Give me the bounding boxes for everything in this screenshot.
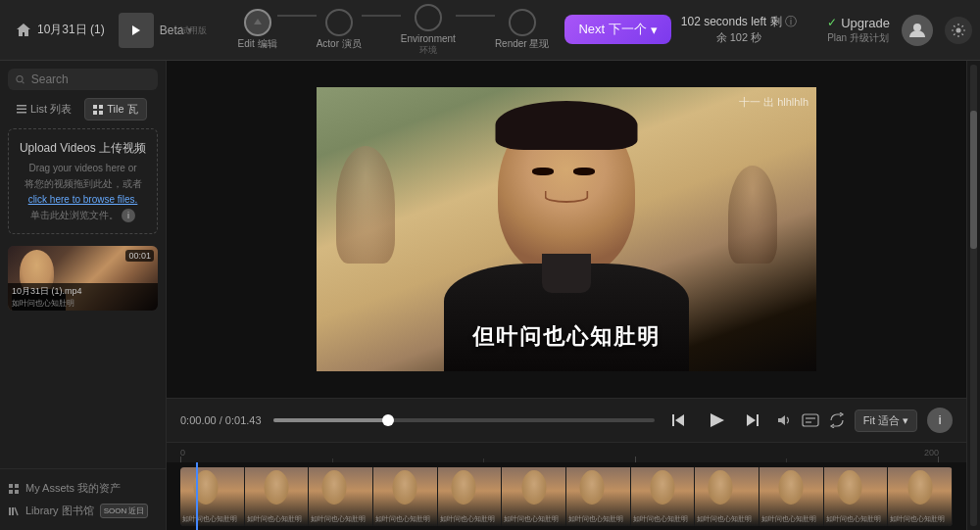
search-bar bbox=[0, 61, 166, 98]
assets-icon bbox=[8, 483, 20, 495]
search-input-wrap bbox=[8, 69, 158, 90]
svg-rect-14 bbox=[9, 507, 11, 515]
tile-icon bbox=[93, 105, 103, 115]
svg-rect-5 bbox=[17, 112, 26, 114]
step-render-circle bbox=[509, 9, 536, 36]
step-line-1 bbox=[277, 15, 317, 17]
svg-rect-11 bbox=[15, 484, 19, 488]
home-button[interactable]: 10月31日 (1) bbox=[8, 18, 113, 42]
timeline-frame: 如叶问也心知肚明 bbox=[438, 467, 503, 526]
svg-rect-10 bbox=[9, 484, 13, 488]
user-settings-button[interactable] bbox=[945, 17, 972, 44]
step-environment-circle bbox=[415, 4, 442, 31]
svg-rect-4 bbox=[17, 108, 26, 110]
home-label: 10月31日 (1) bbox=[37, 22, 105, 38]
play-button[interactable] bbox=[702, 407, 729, 434]
upload-area[interactable]: Upload Videos 上传视频 Drag your videos here… bbox=[8, 128, 158, 234]
upgrade-button[interactable]: ✓ Upgrade Plan 升级计划 bbox=[827, 16, 890, 45]
volume-button[interactable] bbox=[776, 412, 792, 428]
timeline-frame: 如叶问也心知肚明 bbox=[502, 467, 566, 526]
seconds-info: 102 seconds left 剩 ⓘ 余 102 秒 bbox=[681, 14, 797, 45]
bg-figure-left bbox=[336, 146, 395, 264]
library-icon bbox=[8, 506, 20, 517]
progress-bar[interactable] bbox=[273, 418, 655, 422]
search-icon bbox=[16, 74, 25, 85]
svg-rect-17 bbox=[757, 414, 759, 426]
subtitle: 但叶问也心知肚明 bbox=[472, 322, 661, 352]
main-content: List 列表 Tile 瓦 Upload Videos 上传视频 Drag y… bbox=[0, 61, 980, 530]
timeline-body: 如叶问也心知肚明 如叶问也心知肚明 如叶问也心知肚明 如叶问也心知肚明 如叶问也… bbox=[167, 462, 966, 530]
caption-button[interactable] bbox=[802, 413, 819, 427]
video-controls: 0:00.00 / 0:01.43 bbox=[167, 398, 966, 442]
hair bbox=[496, 101, 638, 150]
svg-rect-9 bbox=[99, 111, 103, 115]
skip-forward-button[interactable] bbox=[739, 407, 766, 434]
svg-point-1 bbox=[956, 27, 961, 32]
fit-button[interactable]: Fit 适合 ▾ bbox=[855, 410, 917, 432]
loop-button[interactable] bbox=[829, 412, 845, 428]
upload-info-button[interactable]: i bbox=[122, 209, 135, 222]
svg-rect-3 bbox=[17, 105, 26, 107]
step-actor-circle bbox=[325, 9, 353, 36]
top-bar: 10月31日 (1) Beta ▾ 试用版 Edit 编辑 Actor 演员 bbox=[0, 0, 980, 61]
timeline-frame: 如叶问也心知肚明 bbox=[888, 467, 953, 526]
step-line-3 bbox=[456, 15, 495, 17]
top-bar-right: ✓ Upgrade Plan 升级计划 bbox=[827, 15, 972, 46]
video-thumb-button[interactable] bbox=[119, 13, 154, 48]
user-avatar[interactable] bbox=[902, 15, 933, 46]
timeline-ruler: 0 200 bbox=[167, 443, 966, 462]
skip-back-button[interactable] bbox=[664, 407, 692, 434]
tile-view-button[interactable]: Tile 瓦 bbox=[84, 98, 146, 120]
eyes bbox=[532, 168, 601, 175]
step-actor[interactable]: Actor 演员 bbox=[317, 9, 362, 50]
step-edit[interactable]: Edit 编辑 bbox=[238, 9, 277, 50]
time-display: 0:00.00 / 0:01.43 bbox=[180, 414, 264, 426]
svg-point-0 bbox=[913, 24, 921, 31]
list-view-button[interactable]: List 列表 bbox=[8, 98, 80, 120]
timeline-track[interactable]: 如叶问也心知肚明 如叶问也心知肚明 如叶问也心知肚明 如叶问也心知肚明 如叶问也… bbox=[180, 467, 953, 526]
view-toggle: List 列表 Tile 瓦 bbox=[0, 98, 166, 128]
step-render[interactable]: Render 星现 bbox=[495, 9, 550, 50]
svg-point-2 bbox=[17, 75, 23, 81]
list-icon bbox=[17, 105, 26, 115]
home-icon bbox=[16, 23, 31, 38]
step-environment[interactable]: Environment 环境 bbox=[401, 4, 456, 56]
progress-handle[interactable] bbox=[382, 414, 394, 426]
svg-rect-15 bbox=[12, 507, 14, 515]
svg-rect-8 bbox=[93, 111, 97, 115]
library-item[interactable]: Library 图书馆 SOON 近日 bbox=[8, 500, 158, 522]
smile bbox=[545, 191, 589, 203]
timeline-playhead[interactable] bbox=[196, 462, 198, 530]
workflow-steps: Edit 编辑 Actor 演员 Environment 环境 Render 星… bbox=[215, 4, 819, 56]
timeline-frame: 如叶问也心知肚明 bbox=[180, 467, 245, 526]
svg-rect-6 bbox=[93, 105, 97, 109]
video-canvas: 十一 出 hlhlhlh 但叶问也心知肚明 bbox=[317, 87, 816, 371]
timeline-frame: 如叶问也心知肚明 bbox=[309, 467, 373, 526]
timeline-frame: 如叶问也心知肚明 bbox=[824, 467, 889, 526]
svg-rect-18 bbox=[803, 414, 818, 426]
right-panel bbox=[966, 61, 980, 530]
video-item[interactable]: 00:01 10月31日 (1).mp4 如叶问也心知肚明 bbox=[8, 246, 158, 311]
scrollbar-track[interactable] bbox=[970, 65, 977, 526]
bg-figure-right bbox=[728, 166, 777, 264]
player-info-button[interactable]: i bbox=[927, 408, 953, 433]
top-right-text: 十一 出 hlhlhlh bbox=[739, 95, 808, 110]
soon-badge: SOON 近日 bbox=[100, 504, 149, 518]
step-line-2 bbox=[362, 15, 401, 17]
search-input[interactable] bbox=[31, 72, 150, 86]
video-duration: 00:01 bbox=[125, 250, 154, 262]
next-button[interactable]: Next 下一个 ▾ bbox=[564, 15, 670, 44]
collar bbox=[542, 254, 591, 293]
sidebar-footer: My Assets 我的资产 Library 图书馆 SOON 近日 bbox=[0, 468, 166, 530]
timeline-frame: 如叶问也心知肚明 bbox=[760, 467, 824, 526]
step-edit-label: Edit 编辑 bbox=[238, 38, 277, 50]
top-bar-left: 10月31日 (1) Beta ▾ 试用版 bbox=[8, 13, 207, 48]
timeline-frame: 如叶问也心知肚明 bbox=[631, 467, 696, 526]
my-assets-item[interactable]: My Assets 我的资产 bbox=[8, 477, 158, 500]
scrollbar-thumb[interactable] bbox=[970, 111, 977, 249]
timeline-frame: 如叶问也心知肚明 bbox=[245, 467, 310, 526]
progress-fill bbox=[273, 418, 388, 422]
svg-rect-12 bbox=[9, 490, 13, 494]
svg-rect-7 bbox=[99, 105, 103, 109]
video-area: 十一 出 hlhlhlh 但叶问也心知肚明 0:00.00 / 0:01.43 bbox=[167, 61, 966, 530]
